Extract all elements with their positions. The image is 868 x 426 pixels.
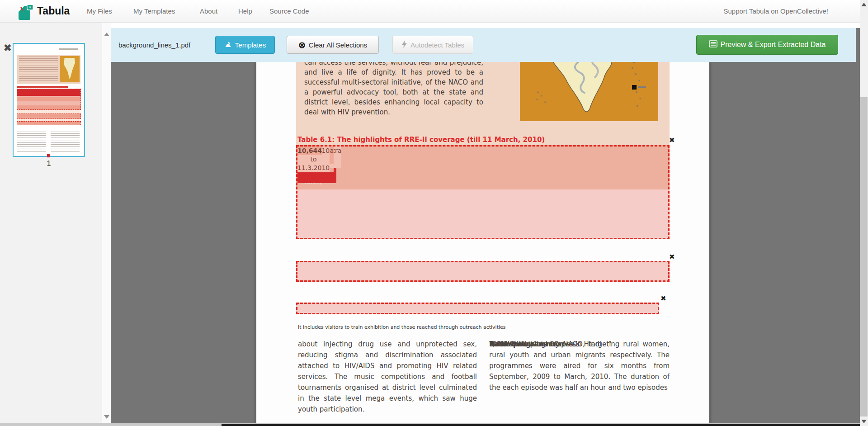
thumb-text-column-left xyxy=(17,130,46,152)
thumb-selection-2 xyxy=(17,114,81,119)
clear-all-selections-button[interactable]: ⊗ Clear All Selections xyxy=(287,36,379,54)
clear-circle-x-icon: ⊗ xyxy=(298,41,306,49)
nav-about[interactable]: About xyxy=(200,7,217,15)
remove-page-button[interactable]: ✖ xyxy=(4,43,12,53)
tabula-app: Tabula My Files My Templates About Help … xyxy=(0,0,868,426)
templates-button[interactable]: Templates xyxy=(215,36,275,54)
lightning-bolt-icon xyxy=(401,40,407,49)
window-scrollbar[interactable] xyxy=(860,0,868,426)
pdf-table-title: Table 6.1: The highlights of RRE-II cove… xyxy=(297,136,545,144)
export-button-label: Preview & Export Extracted Data xyxy=(721,41,826,49)
thumb-selection-1 xyxy=(17,89,81,110)
thumb-selection-3 xyxy=(17,121,81,125)
nav-my-templates[interactable]: My Templates xyxy=(133,7,175,15)
templates-button-label: Templates xyxy=(235,41,266,49)
navbar: Tabula My Files My Templates About Help … xyxy=(0,0,868,23)
thumb-header-line xyxy=(59,48,78,50)
scroll-up-icon[interactable] xyxy=(104,33,109,36)
thumb-text-column-right xyxy=(51,130,80,152)
thumb-text-lines xyxy=(19,57,58,81)
thumbnail-page-number: 1 xyxy=(13,159,85,168)
sidebar-scrollbar[interactable] xyxy=(102,23,111,423)
scrollbar-thumb[interactable] xyxy=(860,97,868,417)
thumb-page-marker xyxy=(47,154,50,157)
bottom-dark-bar xyxy=(222,424,860,426)
nav-support-link[interactable]: Support Tabula on OpenCollective! xyxy=(723,7,828,15)
selection-box-1[interactable] xyxy=(296,145,670,239)
scroll-down-icon[interactable] xyxy=(104,415,109,419)
preview-export-button[interactable]: Preview & Export Extracted Data xyxy=(696,35,838,55)
page-thumbnail[interactable] xyxy=(13,43,85,157)
thumbnail-sidebar: ✖ 1 xyxy=(0,23,102,423)
thumb-map xyxy=(60,56,80,82)
brand-title[interactable]: Tabula xyxy=(37,5,70,17)
thumb-intro-block xyxy=(17,55,80,84)
filename-label: background_lines_1.pdf xyxy=(118,28,190,62)
scrollbar-down-icon[interactable] xyxy=(861,420,867,423)
toolbar: background_lines_1.pdf Templates ⊗ Clear… xyxy=(111,28,856,62)
nav-help[interactable]: Help xyxy=(238,7,252,15)
nav-source-code[interactable]: Source Code xyxy=(269,7,309,15)
selection-box-2[interactable] xyxy=(296,261,670,282)
autodetect-button-label: Autodetect Tables xyxy=(410,41,464,49)
clear-button-label: Clear All Selections xyxy=(309,41,367,49)
left-text-column: about injecting drug use and unprotected… xyxy=(298,339,477,415)
selection-box-3[interactable] xyxy=(296,303,659,314)
text-segment: ” were launched by NACO, targeting rural… xyxy=(489,339,670,393)
scrollbar-up-icon[interactable] xyxy=(861,3,867,6)
table-footnote: It includes visitors to train exhibition… xyxy=(298,324,506,330)
remove-selection-3-button[interactable]: ✖ xyxy=(660,295,666,302)
remove-selection-1-button[interactable]: ✖ xyxy=(669,137,675,144)
india-map xyxy=(520,62,658,121)
intro-paragraph: can access the services, without fear an… xyxy=(304,62,483,117)
table-list-icon xyxy=(709,40,717,49)
tabula-logo-icon[interactable] xyxy=(17,3,35,23)
thumb-table xyxy=(17,89,80,125)
remove-selection-2-button[interactable]: ✖ xyxy=(669,254,675,260)
templates-icon xyxy=(224,40,232,49)
thumb-table-title-line xyxy=(17,86,68,88)
autodetect-tables-button[interactable]: Autodetect Tables xyxy=(392,36,473,54)
nav-my-files[interactable]: My Files xyxy=(87,7,112,15)
pdf-page[interactable]: can access the services, without fear an… xyxy=(256,62,709,426)
thumb-map-land xyxy=(63,58,75,80)
